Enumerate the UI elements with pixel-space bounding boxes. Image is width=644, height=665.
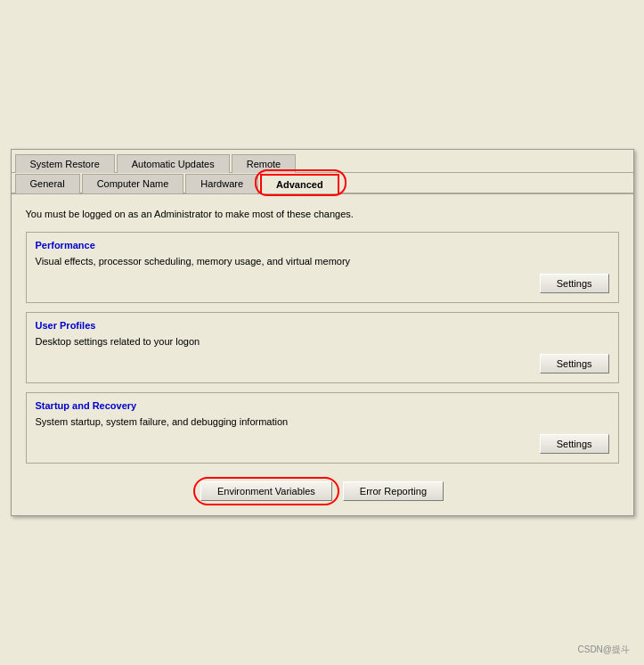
system-properties-dialog: System Restore Automatic Updates Remote … [11, 149, 634, 516]
startup-recovery-settings-button[interactable]: Settings [540, 434, 609, 454]
tab-advanced[interactable]: Advanced [260, 174, 339, 193]
top-tab-bar: System Restore Automatic Updates Remote [12, 150, 633, 173]
dialog-content: You must be logged on as an Administrato… [12, 194, 633, 515]
watermark-text: CSDN@提斗 [578, 644, 631, 656]
user-profiles-title: User Profiles [36, 320, 609, 331]
performance-section: Performance Visual effects, processor sc… [26, 232, 619, 303]
tab-hardware[interactable]: Hardware [185, 174, 258, 193]
performance-desc: Visual effects, processor scheduling, me… [36, 256, 609, 267]
startup-recovery-section: Startup and Recovery System startup, sys… [26, 392, 619, 464]
user-profiles-desc: Desktop settings related to your logon [36, 336, 609, 347]
tab-computer-name[interactable]: Computer Name [82, 174, 184, 193]
tab-remote[interactable]: Remote [232, 154, 297, 173]
performance-title: Performance [36, 240, 609, 250]
performance-settings-button[interactable]: Settings [540, 274, 609, 293]
bottom-buttons-row: Environment Variables Error Reporting [26, 474, 619, 505]
tab-automatic-updates[interactable]: Automatic Updates [117, 154, 230, 173]
startup-recovery-desc: System startup, system failure, and debu… [36, 416, 609, 427]
user-profiles-settings-button[interactable]: Settings [540, 354, 609, 374]
user-profiles-section: User Profiles Desktop settings related t… [26, 312, 619, 383]
environment-variables-wrapper: Environment Variables [200, 481, 332, 501]
bottom-tab-bar: General Computer Name Hardware Advanced [12, 173, 633, 194]
tab-general[interactable]: General [15, 174, 80, 193]
admin-notice-text: You must be logged on as an Administrato… [26, 209, 619, 219]
startup-recovery-title: Startup and Recovery [36, 400, 609, 411]
error-reporting-button[interactable]: Error Reporting [343, 481, 444, 501]
environment-variables-button[interactable]: Environment Variables [200, 481, 332, 501]
tab-system-restore[interactable]: System Restore [15, 154, 115, 173]
